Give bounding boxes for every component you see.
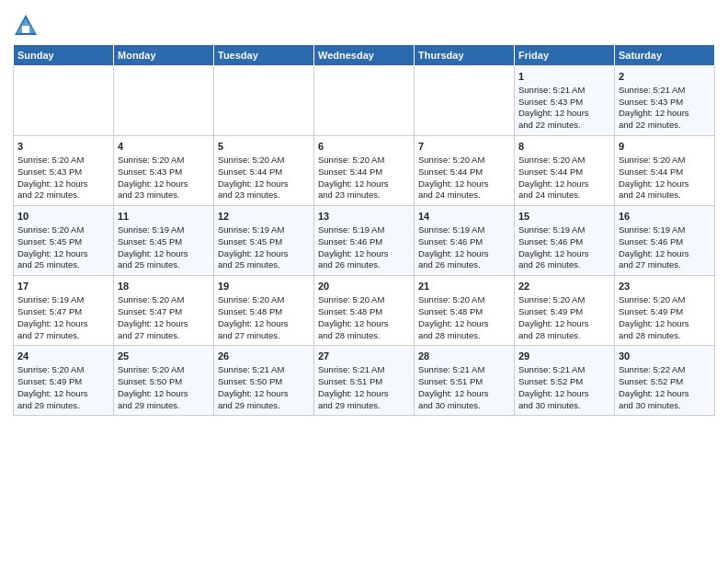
day-number: 22 xyxy=(518,280,610,293)
calendar-cell: 10Sunrise: 5:20 AMSunset: 5:45 PMDayligh… xyxy=(14,206,114,276)
day-number: 18 xyxy=(118,280,210,293)
day-info: Daylight: 12 hours xyxy=(118,388,210,400)
calendar-cell: 12Sunrise: 5:19 AMSunset: 5:45 PMDayligh… xyxy=(214,206,314,276)
day-info: Sunrise: 5:21 AM xyxy=(619,85,711,97)
day-number: 29 xyxy=(518,350,610,363)
week-row-1: 1Sunrise: 5:21 AMSunset: 5:43 PMDaylight… xyxy=(14,66,715,136)
day-info: Sunset: 5:52 PM xyxy=(518,376,610,388)
day-info: and 23 minutes. xyxy=(318,190,410,201)
day-info: and 28 minutes. xyxy=(318,330,410,342)
calendar-cell: 21Sunrise: 5:20 AMSunset: 5:48 PMDayligh… xyxy=(415,276,515,346)
day-info: Sunrise: 5:20 AM xyxy=(218,294,310,306)
day-info: Sunset: 5:45 PM xyxy=(118,236,210,248)
day-info: Sunrise: 5:19 AM xyxy=(619,224,711,236)
day-info: Daylight: 12 hours xyxy=(619,108,711,120)
calendar-body: 1Sunrise: 5:21 AMSunset: 5:43 PMDaylight… xyxy=(14,66,715,416)
day-info: Sunset: 5:49 PM xyxy=(518,306,610,318)
day-info: Sunset: 5:50 PM xyxy=(218,376,310,388)
day-number: 17 xyxy=(17,280,109,293)
day-info: Sunset: 5:43 PM xyxy=(17,167,109,178)
day-info: Sunrise: 5:20 AM xyxy=(418,155,510,167)
day-info: and 23 minutes. xyxy=(118,190,210,201)
day-info: Sunset: 5:45 PM xyxy=(17,236,109,248)
day-info: Daylight: 12 hours xyxy=(118,318,210,330)
day-info: and 27 minutes. xyxy=(17,330,109,342)
day-info: and 26 minutes. xyxy=(318,259,410,271)
day-number: 8 xyxy=(518,140,610,154)
day-info: Sunrise: 5:20 AM xyxy=(518,155,610,167)
day-info: Sunrise: 5:19 AM xyxy=(118,224,210,236)
calendar-cell: 19Sunrise: 5:20 AMSunset: 5:48 PMDayligh… xyxy=(214,276,314,346)
calendar-cell: 7Sunrise: 5:20 AMSunset: 5:44 PMDaylight… xyxy=(415,136,515,206)
day-info: Daylight: 12 hours xyxy=(619,248,711,260)
day-info: Sunrise: 5:21 AM xyxy=(318,364,410,376)
day-info: Sunrise: 5:20 AM xyxy=(318,294,410,306)
day-number: 26 xyxy=(218,350,310,363)
day-info: Sunset: 5:44 PM xyxy=(418,167,510,178)
calendar-cell: 20Sunrise: 5:20 AMSunset: 5:48 PMDayligh… xyxy=(314,276,415,346)
day-number: 16 xyxy=(619,210,711,224)
day-info: and 26 minutes. xyxy=(418,259,510,271)
logo xyxy=(13,13,40,39)
day-info: Sunset: 5:44 PM xyxy=(518,167,610,178)
day-info: Sunrise: 5:21 AM xyxy=(418,364,510,376)
day-info: and 25 minutes. xyxy=(118,259,210,271)
day-info: and 28 minutes. xyxy=(619,330,711,342)
day-info: Sunrise: 5:20 AM xyxy=(118,294,210,306)
weekday-header-friday: Friday xyxy=(515,45,615,66)
calendar-cell: 25Sunrise: 5:20 AMSunset: 5:50 PMDayligh… xyxy=(114,346,214,416)
day-info: Daylight: 12 hours xyxy=(318,388,410,400)
week-row-5: 24Sunrise: 5:20 AMSunset: 5:49 PMDayligh… xyxy=(14,346,715,416)
weekday-header-tuesday: Tuesday xyxy=(214,45,314,66)
day-info: Sunrise: 5:21 AM xyxy=(218,364,310,376)
day-number: 19 xyxy=(218,280,310,293)
calendar-cell: 28Sunrise: 5:21 AMSunset: 5:51 PMDayligh… xyxy=(415,346,515,416)
day-info: and 25 minutes. xyxy=(218,259,310,271)
day-info: Sunset: 5:48 PM xyxy=(418,306,510,318)
day-info: Daylight: 12 hours xyxy=(619,388,711,400)
day-info: and 27 minutes. xyxy=(118,330,210,342)
day-info: Daylight: 12 hours xyxy=(218,248,310,260)
day-number: 14 xyxy=(418,210,510,224)
day-info: Daylight: 12 hours xyxy=(318,318,410,330)
day-info: and 30 minutes. xyxy=(518,400,610,412)
calendar-cell xyxy=(214,66,314,136)
day-info: Sunrise: 5:20 AM xyxy=(619,155,711,167)
day-info: Sunrise: 5:20 AM xyxy=(118,364,210,376)
calendar-cell: 6Sunrise: 5:20 AMSunset: 5:44 PMDaylight… xyxy=(314,136,415,206)
calendar-cell: 29Sunrise: 5:21 AMSunset: 5:52 PMDayligh… xyxy=(515,346,615,416)
day-number: 2 xyxy=(619,70,711,84)
day-info: Daylight: 12 hours xyxy=(318,248,410,260)
day-info: and 30 minutes. xyxy=(418,400,510,412)
day-number: 28 xyxy=(418,350,510,363)
day-info: Sunset: 5:50 PM xyxy=(118,376,210,388)
svg-rect-2 xyxy=(22,26,29,33)
day-info: and 22 minutes. xyxy=(17,190,109,201)
day-number: 30 xyxy=(619,350,711,363)
weekday-header-thursday: Thursday xyxy=(415,45,515,66)
day-info: Daylight: 12 hours xyxy=(619,178,711,190)
calendar-cell: 27Sunrise: 5:21 AMSunset: 5:51 PMDayligh… xyxy=(314,346,415,416)
day-number: 13 xyxy=(318,210,410,224)
day-number: 21 xyxy=(418,280,510,293)
calendar-cell: 9Sunrise: 5:20 AMSunset: 5:44 PMDaylight… xyxy=(615,136,715,206)
day-info: Sunset: 5:43 PM xyxy=(518,97,610,109)
day-info: Daylight: 12 hours xyxy=(17,248,109,260)
calendar-cell: 4Sunrise: 5:20 AMSunset: 5:43 PMDaylight… xyxy=(114,136,214,206)
day-info: Sunset: 5:52 PM xyxy=(619,376,711,388)
day-info: Sunset: 5:49 PM xyxy=(619,306,711,318)
calendar-cell: 30Sunrise: 5:22 AMSunset: 5:52 PMDayligh… xyxy=(615,346,715,416)
day-info: and 27 minutes. xyxy=(619,259,711,271)
calendar-cell: 17Sunrise: 5:19 AMSunset: 5:47 PMDayligh… xyxy=(14,276,114,346)
logo-icon xyxy=(13,13,39,39)
calendar-cell: 11Sunrise: 5:19 AMSunset: 5:45 PMDayligh… xyxy=(114,206,214,276)
day-info: and 29 minutes. xyxy=(118,400,210,412)
day-info: Daylight: 12 hours xyxy=(418,318,510,330)
day-number: 12 xyxy=(218,210,310,224)
day-info: Sunset: 5:43 PM xyxy=(619,97,711,109)
day-info: Sunrise: 5:20 AM xyxy=(17,224,109,236)
day-number: 4 xyxy=(118,140,210,154)
day-number: 1 xyxy=(518,70,610,84)
calendar-cell: 24Sunrise: 5:20 AMSunset: 5:49 PMDayligh… xyxy=(14,346,114,416)
calendar-cell: 8Sunrise: 5:20 AMSunset: 5:44 PMDaylight… xyxy=(515,136,615,206)
